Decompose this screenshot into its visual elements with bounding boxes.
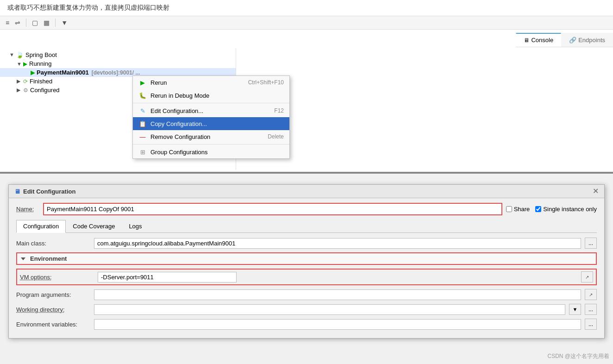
share-checkbox[interactable] — [506, 206, 512, 212]
dialog-tabs: Configuration Code Coverage Logs — [16, 220, 597, 233]
toolbar-btn-filter[interactable]: ▼ — [59, 18, 69, 27]
banner-text: 或者取巧不想新建重复体力劳动，直接拷贝虚拟端口映射 — [7, 4, 169, 11]
toolbar-sep-2 — [55, 19, 56, 27]
main-class-browse-button[interactable]: ... — [585, 238, 597, 249]
springboot-icon: 🍃 — [16, 51, 24, 58]
program-args-input[interactable] — [94, 289, 581, 300]
finished-arrow: ▶ — [17, 78, 22, 84]
vm-options-expand-button[interactable]: ↗ — [581, 271, 593, 282]
environment-expand-arrow — [21, 257, 25, 260]
edit-config-dialog: 🖥 Edit Configuration ✕ Name: Share Singl… — [8, 184, 605, 339]
toolbar-sep-1 — [26, 19, 26, 27]
rerun-icon: ▶ — [138, 78, 147, 87]
tab-endpoints[interactable]: 🔗 Endpoints — [561, 33, 613, 47]
ctx-edit-config[interactable]: ✎ Edit Configuration... F12 — [133, 104, 289, 117]
ctx-rerun-debug[interactable]: 🐛 Rerun in Debug Mode — [133, 89, 289, 102]
name-label: Name: — [16, 206, 39, 213]
tree-springboot[interactable]: ▼ 🍃 Spring Boot — [0, 50, 236, 59]
remove-config-icon: — — [138, 132, 147, 141]
running-icon: ▶ — [23, 61, 27, 67]
name-row: Name: Share Single instance only — [16, 203, 597, 215]
env-vars-browse-button[interactable]: ... — [585, 319, 597, 330]
working-dir-input[interactable] — [94, 304, 565, 315]
dialog-titlebar: 🖥 Edit Configuration ✕ — [9, 185, 604, 198]
program-args-expand-button[interactable]: ↗ — [585, 289, 597, 300]
working-dir-dropdown-button[interactable]: ▼ — [569, 304, 581, 315]
top-banner: 或者取巧不想新建重复体力劳动，直接拷贝虚拟端口映射 — [0, 0, 613, 16]
main-class-label: Main class: — [16, 240, 90, 247]
share-checkbox-label[interactable]: Share — [506, 206, 530, 213]
env-vars-input[interactable] — [94, 319, 581, 330]
working-dir-row: Working directory: ▼ ... — [16, 304, 597, 315]
dialog-tab-logs[interactable]: Logs — [122, 220, 149, 232]
springboot-arrow: ▼ — [9, 52, 15, 57]
env-vars-label: Environment variables: — [16, 321, 90, 328]
finished-icon: ⟳ — [23, 78, 28, 85]
toolbar-btn-grid1[interactable]: ▢ — [30, 18, 40, 27]
dialog-tab-configuration[interactable]: Configuration — [16, 220, 66, 233]
main-class-row: Main class: ... — [16, 238, 597, 249]
copy-config-icon: 📋 — [138, 119, 147, 128]
ctx-rerun[interactable]: ▶ Rerun Ctrl+Shift+F10 — [133, 76, 289, 89]
running-arrow: ▼ — [17, 61, 22, 67]
edit-config-icon: ✎ — [138, 107, 147, 115]
configured-icon: ⚙ — [23, 87, 28, 94]
program-args-label: Program arguments: — [16, 291, 90, 298]
toolbar-btn-grid2[interactable]: ▦ — [42, 18, 51, 27]
working-dir-label: Working directory: — [16, 306, 90, 313]
tab-bar: 🖥 Console 🔗 Endpoints — [516, 33, 613, 47]
ctx-sep-1 — [133, 103, 289, 103]
single-instance-checkbox[interactable] — [535, 206, 541, 212]
vm-options-input[interactable] — [98, 272, 237, 282]
dialog-close-button[interactable]: ✕ — [593, 188, 599, 195]
toolbar-btn-align-center[interactable]: ⇌ — [13, 18, 22, 27]
name-input-wrap — [43, 203, 502, 215]
ctx-copy-config[interactable]: 📋 Copy Configuration... — [133, 117, 289, 130]
name-right: Share Single instance only — [506, 206, 597, 213]
toolbar-btn-align-left[interactable]: ≡ — [4, 18, 11, 27]
ide-area: ≡ ⇌ ▢ ▦ ▼ 🖥 Console 🔗 Endpoints ▼ 🍃 Spri… — [0, 16, 613, 174]
ctx-sep-2 — [133, 144, 289, 144]
payment-suffix: [devtools]:9001/ ... — [92, 69, 140, 76]
single-instance-checkbox-label[interactable]: Single instance only — [535, 206, 597, 213]
dialog-title: 🖥 Edit Configuration — [14, 188, 75, 195]
working-dir-browse-button[interactable]: ... — [585, 304, 597, 315]
configured-arrow: ▶ — [17, 87, 22, 93]
environment-section[interactable]: Environment — [16, 252, 597, 265]
dialog-title-icon: 🖥 — [14, 188, 20, 195]
toolbar: ≡ ⇌ ▢ ▦ ▼ — [0, 16, 613, 30]
env-vars-row: Environment variables: ... — [16, 319, 597, 330]
watermark: CSDN @这个名字先用着 — [547, 352, 609, 360]
group-config-icon: ⊞ — [138, 148, 147, 156]
dialog-body: Name: Share Single instance only Configu… — [9, 198, 604, 338]
vm-options-row: VM options: ↗ — [20, 271, 593, 282]
dialog-tab-coverage[interactable]: Code Coverage — [66, 220, 122, 232]
program-args-row: Program arguments: ↗ — [16, 289, 597, 300]
context-menu: ▶ Rerun Ctrl+Shift+F10 🐛 Rerun in Debug … — [132, 75, 290, 159]
ctx-remove-config[interactable]: — Remove Configuration Delete — [133, 130, 289, 143]
ctx-group-config[interactable]: ⊞ Group Configurations — [133, 145, 289, 158]
name-input[interactable] — [44, 204, 501, 214]
tab-console[interactable]: 🖥 Console — [516, 33, 561, 47]
payment-play-icon: ▶ — [31, 69, 35, 76]
endpoints-icon: 🔗 — [569, 37, 576, 44]
vm-options-label: VM options: — [20, 274, 94, 281]
console-icon: 🖥 — [524, 37, 529, 44]
tree-running[interactable]: ▼ ▶ Running — [0, 59, 236, 68]
vm-options-wrap: VM options: ↗ — [16, 269, 597, 285]
main-class-input[interactable] — [94, 238, 581, 249]
tree-panel: ▼ 🍃 Spring Boot ▼ ▶ Running ▶ ▶ PaymentM… — [0, 46, 613, 172]
rerun-debug-icon: 🐛 — [138, 91, 147, 100]
